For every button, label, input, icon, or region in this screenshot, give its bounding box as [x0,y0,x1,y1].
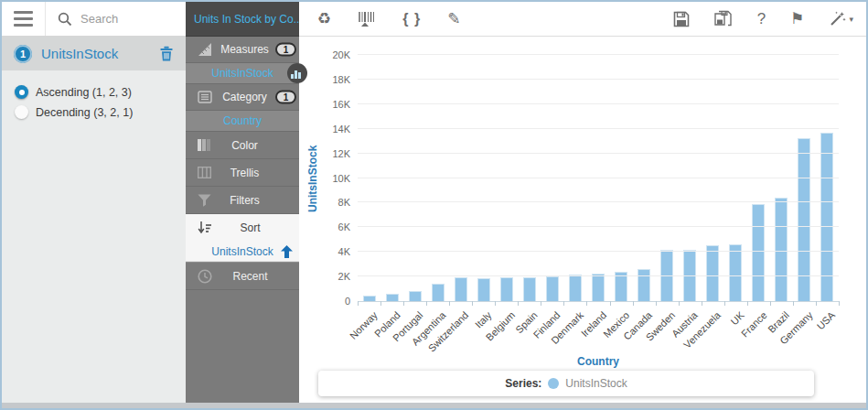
recent-section[interactable]: Recent [186,262,299,290]
bar-belgium[interactable] [500,277,513,301]
plot-area: NorwayPolandPortugalArgentinaSwitzerland… [358,55,839,302]
sort-section[interactable]: Sort [186,214,299,242]
gridline [358,79,839,80]
magic-wand-button[interactable]: ▾ [829,11,853,27]
bar-ireland[interactable] [592,274,605,301]
bar-finland[interactable] [546,276,559,301]
filters-section[interactable]: Filters [186,187,299,214]
sort-config-panel: Search 1 UnitsInStock Ascending (1, 2, [2,2,186,408]
color-section[interactable]: Color [186,132,299,159]
x-tick-label: UK [728,309,745,327]
bar-switzerland[interactable] [455,277,467,301]
chart-builder-panel: Units In Stock by Co... Measures 1 Units… [186,2,299,408]
bars [358,55,839,301]
sort-direction-group: Ascending (1, 2, 3) Decending (3, 2, 1) [2,70,186,119]
bar-slot [793,55,816,301]
measures-field-unitsinstock[interactable]: UnitsInStock [186,63,299,84]
category-field-label: Country [223,114,262,127]
search-placeholder: Search [80,12,118,26]
chart-legend: Series: UnitsInStock [318,371,814,396]
bar-slot [724,55,747,301]
measures-section[interactable]: Measures 1 [186,37,299,63]
bar-slot [586,55,609,301]
gridline [358,54,839,55]
bar-uk[interactable] [729,244,742,301]
sort-ascending-option[interactable]: Ascending (1, 2, 3) [15,85,186,99]
y-tick-label: 20K [312,49,350,60]
sort-icon [197,221,212,234]
gridline [358,103,839,104]
chart-area: ♻ { } ✎ ? ⚑ ▾ [299,2,866,408]
bar-slot [449,55,472,301]
bar-italy[interactable] [477,278,490,301]
category-field-country[interactable]: Country [186,111,299,132]
color-swatch-icon [197,139,212,151]
sort-field-unitsinstock[interactable]: UnitsInStock [186,242,299,262]
delete-field-button[interactable] [159,46,174,61]
bar-slot [633,55,656,301]
help-icon[interactable]: ? [757,11,766,27]
expression-icon[interactable]: { } [402,12,421,27]
gridline [358,275,839,276]
sort-field-label: UnitsInStock [211,245,273,258]
toolbar-right-group: ? ⚑ ▾ [673,10,866,27]
bar-germany[interactable] [798,138,810,301]
bar-slot [541,55,563,301]
bar-brazil[interactable] [775,198,788,301]
trellis-section[interactable]: Trellis [186,159,299,187]
sort-ascending-arrow-icon[interactable] [281,245,293,258]
y-tick-label: 0 [312,296,350,307]
edit-icon[interactable]: ✎ [447,11,460,27]
save-icon[interactable] [673,11,690,27]
measures-field-label: UnitsInStock [211,67,273,80]
legend-series-label: Series: [505,377,541,390]
bar-slot [702,55,724,301]
flag-icon[interactable]: ⚑ [790,11,804,27]
bar-slot [358,55,380,301]
bar-slot [679,55,702,301]
bar-slot [472,55,495,301]
bar-slot [403,55,426,301]
bar-argentina[interactable] [432,284,445,302]
ruler-icon [197,43,212,57]
bar-slot [426,55,449,301]
bar-chart: UnitsInStock NorwayPolandPortugalArgenti… [299,37,866,408]
bar-denmark[interactable] [569,275,582,301]
menu-button[interactable] [2,2,46,36]
radio-unselected-icon[interactable] [15,105,28,119]
save-as-icon[interactable] [714,10,733,27]
y-tick-label: 8K [312,197,350,208]
filters-label: Filters [212,194,299,207]
visualization-title[interactable]: Units In Stock by Co... [186,2,299,37]
y-tick-label: 10K [312,173,350,184]
x-tick-label: Norway [348,309,380,341]
search-input[interactable]: Search [46,2,186,36]
selected-field-row[interactable]: 1 UnitsInStock [2,37,186,70]
gridline [358,153,839,154]
bar-venezuela[interactable] [706,245,719,301]
bar-slot [770,55,793,301]
window-bottom-edge [2,403,866,408]
bar-chart-icon[interactable] [287,63,307,83]
marking-icon[interactable] [358,11,376,27]
category-section[interactable]: Category 1 [186,84,299,111]
builder-panel-filler [186,290,299,408]
bar-slot [747,55,770,301]
left-panel-header: Search [2,2,186,37]
gridline [358,201,839,202]
bar-spain[interactable] [523,277,536,301]
field-order-badge: 1 [14,45,32,63]
refresh-icon[interactable]: ♻ [317,11,331,27]
bar-portugal[interactable] [409,291,422,301]
y-tick-label: 4K [312,246,350,257]
y-tick-label: 12K [312,148,350,159]
legend-series-dot [548,378,559,389]
bar-france[interactable] [752,204,765,301]
bar-slot [518,55,541,301]
legend-series-name: UnitsInStock [565,377,627,390]
radio-selected-icon[interactable] [15,85,28,99]
sort-descending-option[interactable]: Decending (3, 2, 1) [15,105,186,119]
bar-canada[interactable] [638,269,650,301]
bar-slot [656,55,679,301]
bar-poland[interactable] [386,294,399,301]
